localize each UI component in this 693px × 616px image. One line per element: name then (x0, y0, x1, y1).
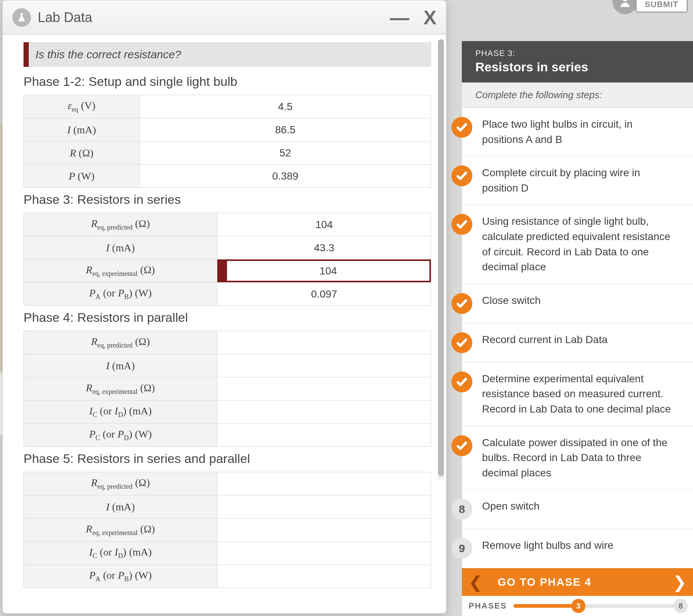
step-text: Calculate power dissipated in one of the… (482, 435, 683, 481)
row-value[interactable] (217, 377, 431, 401)
row-label: PC (or PD) (W) (24, 424, 217, 447)
table-row: PA (or PB) (W)0.097 (24, 283, 431, 306)
scrollbar-thumb[interactable] (438, 39, 444, 476)
step-item: Place two light bulbs in circuit, in pos… (462, 108, 693, 156)
phase4-table: Req, predicted (Ω) I (mA) Req, experimen… (24, 331, 431, 447)
row-value[interactable]: 52 (140, 141, 431, 165)
row-label: εeq (V) (24, 95, 140, 118)
step-text: Place two light bulbs in circuit, in pos… (482, 117, 683, 147)
goto-phase-bar[interactable]: ❮ GO TO PHASE 4 ❯ (462, 568, 693, 596)
slider-track[interactable]: 3 8 (513, 604, 686, 608)
instruction-bar: Complete the following steps: (462, 83, 693, 108)
step-text: Determine experimental equivalent resist… (482, 371, 683, 417)
step-number-badge: 9 (451, 538, 472, 559)
row-value[interactable] (217, 472, 431, 495)
table-row: Req, predicted (Ω) (24, 472, 431, 495)
table-row: I (mA)86.5 (24, 118, 431, 141)
row-label: I (mA) (24, 118, 140, 141)
slider-knob[interactable]: 3 (571, 599, 585, 613)
lab-data-body: Is this the correct resistance? Phase 1-… (3, 35, 446, 613)
step-number-badge: 8 (451, 499, 472, 520)
row-label: IC (or ID) (mA) (24, 401, 217, 424)
table-row: I (mA)43.3 (24, 236, 431, 259)
step-item: Complete circuit by placing wire in posi… (462, 156, 693, 205)
step-text: Record current in Lab Data (482, 332, 615, 348)
phase-kicker: PHASE 3: (475, 49, 680, 58)
table-row: IC (or ID) (mA) (24, 401, 431, 424)
step-item: Using resistance of single light bulb, c… (462, 205, 693, 284)
table-row: R (Ω)52 (24, 141, 431, 165)
table-row: P (W)0.389 (24, 165, 431, 188)
row-value[interactable] (217, 542, 431, 565)
close-button[interactable]: X (423, 8, 436, 27)
step-text: Complete circuit by placing wire in posi… (482, 165, 683, 196)
row-label: R (Ω) (24, 141, 140, 165)
row-value[interactable]: 104 (217, 213, 431, 236)
step-text: Open switch (482, 499, 547, 514)
phase5-table: Req, predicted (Ω) I (mA) Req, experimen… (24, 472, 431, 588)
table-row: PA (or PB) (W) (24, 565, 431, 588)
slider-fill (513, 604, 578, 608)
row-value[interactable]: 0.389 (140, 165, 431, 188)
phase12-table: εeq (V)4.5 I (mA)86.5 R (Ω)52 P (W)0.389 (24, 95, 431, 188)
phase5-title: Phase 5: Resistors in series and paralle… (24, 451, 431, 466)
row-value[interactable] (217, 565, 431, 588)
req-experimental-input[interactable]: 104 (226, 259, 431, 282)
row-value[interactable] (217, 519, 431, 542)
step-check-icon (451, 332, 472, 353)
step-check-icon (451, 293, 472, 314)
table-row: Req, experimental (Ω) (24, 519, 431, 542)
person-icon (618, 0, 632, 8)
phase-slider-label: PHASES (469, 601, 507, 611)
row-label: Req, predicted (Ω) (24, 213, 217, 236)
phase4-title: Phase 4: Resistors in parallel (24, 310, 431, 325)
minimize-button[interactable]: — (390, 8, 409, 27)
row-label: PA (or PB) (W) (24, 283, 217, 306)
row-label: Req, predicted (Ω) (24, 331, 217, 354)
step-item: 9Remove light bulbs and wire (462, 529, 693, 568)
step-item: Close switch (462, 284, 693, 323)
active-input-cell[interactable]: 104 (217, 259, 431, 283)
step-check-icon (451, 214, 472, 235)
row-label: Req, experimental (Ω) (24, 519, 217, 542)
row-value[interactable] (217, 354, 431, 377)
step-item: Calculate power dissipated in one of the… (462, 426, 693, 490)
row-value[interactable]: 43.3 (217, 236, 431, 259)
step-check-icon (451, 371, 472, 392)
steps-list: Place two light bulbs in circuit, in pos… (462, 108, 693, 568)
table-row: εeq (V)4.5 (24, 95, 431, 118)
row-value[interactable]: 4.5 (140, 95, 431, 118)
phase-header: PHASE 3: Resistors in series (462, 41, 693, 83)
submit-button[interactable]: SUBMIT (635, 0, 688, 13)
table-row: Req, predicted (Ω)104 (24, 213, 431, 236)
slider-max: 8 (674, 599, 688, 613)
goto-phase-label: GO TO PHASE 4 (489, 576, 666, 588)
row-value[interactable]: 0.097 (217, 283, 431, 306)
next-phase-button[interactable]: ❯ (666, 573, 693, 592)
lab-data-title: Lab Data (38, 10, 383, 25)
row-label: PA (or PB) (W) (24, 565, 217, 588)
row-value[interactable] (217, 495, 431, 519)
step-text: Using resistance of single light bulb, c… (482, 214, 683, 274)
steps-panel: PHASE 3: Resistors in series Complete th… (462, 41, 693, 616)
row-value[interactable]: 86.5 (140, 118, 431, 141)
row-label: P (W) (24, 165, 140, 188)
row-value[interactable] (217, 401, 431, 424)
lab-data-header: Lab Data — X (3, 0, 446, 35)
row-value[interactable] (217, 331, 431, 354)
row-value[interactable] (217, 424, 431, 447)
active-cell-marker (217, 259, 226, 282)
phase12-title: Phase 1-2: Setup and single light bulb (24, 74, 431, 89)
lab-data-panel: Lab Data — X Is this the correct resista… (2, 0, 447, 614)
row-label: IC (or ID) (mA) (24, 542, 217, 565)
table-row: I (mA) (24, 495, 431, 519)
flask-icon (12, 8, 31, 27)
phase-slider[interactable]: PHASES 3 8 (462, 596, 693, 616)
step-item: Determine experimental equivalent resist… (462, 363, 693, 426)
prev-phase-button[interactable]: ❮ (462, 573, 489, 592)
row-label: I (mA) (24, 354, 217, 377)
row-label: I (mA) (24, 236, 217, 259)
table-row: Req, predicted (Ω) (24, 331, 431, 354)
svg-point-0 (623, 0, 627, 1)
reset-button[interactable] (612, 0, 638, 14)
